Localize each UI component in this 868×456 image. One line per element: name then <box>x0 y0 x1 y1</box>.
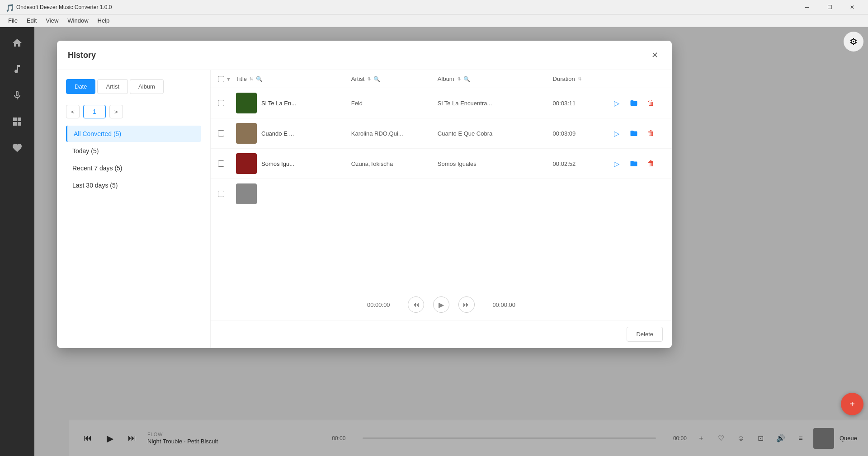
sidebar-item-music[interactable] <box>6 58 28 80</box>
modal-header: History ✕ <box>57 41 672 70</box>
filter-today-label: Today (5) <box>72 147 99 155</box>
modal-close-button[interactable]: ✕ <box>648 49 661 61</box>
td-check-1 <box>218 100 236 106</box>
modal-body: Date Artist Album < > <box>57 70 672 348</box>
skip-forward-icon: ⏭ <box>463 301 470 309</box>
row-2-play-button[interactable]: ▷ <box>610 127 623 140</box>
row-4-checkbox[interactable] <box>218 191 224 197</box>
track-name-2: Cuando E ... <box>261 130 294 137</box>
row-3-folder-button[interactable] <box>627 157 640 170</box>
window-controls: ─ ☐ ✕ <box>797 0 863 14</box>
folder-icon <box>630 160 638 168</box>
row-1-delete-button[interactable]: 🗑 <box>645 97 657 109</box>
album-sort-icon[interactable]: ⇅ <box>457 76 461 81</box>
th-artist: Artist ⇅ 🔍 <box>351 75 438 82</box>
filter-last-30days[interactable]: Last 30 days (5) <box>66 177 201 193</box>
th-title: Title ⇅ 🔍 <box>236 75 351 82</box>
date-nav: < > <box>66 105 201 118</box>
menu-window[interactable]: Window <box>63 15 93 26</box>
table-row: Si Te La En... Feid Si Te La Encuentra..… <box>211 88 672 118</box>
menu-help[interactable]: Help <box>93 15 114 26</box>
date-prev-button[interactable]: < <box>66 105 80 118</box>
filter-today[interactable]: Today (5) <box>66 143 201 159</box>
track-name-1: Si Te La En... <box>261 100 296 107</box>
filter-recent-7days[interactable]: Recent 7 days (5) <box>66 160 201 176</box>
filter-all-converted-label: All Converted (5) <box>74 130 121 137</box>
td-duration-1: 00:03:11 <box>553 100 610 107</box>
sidebar-item-grid[interactable] <box>6 110 28 133</box>
row-3-checkbox[interactable] <box>218 160 224 167</box>
filter-all-converted[interactable]: All Converted (5) <box>66 126 201 142</box>
album-search-icon[interactable]: 🔍 <box>463 76 470 82</box>
menu-bar: File Edit View Window Help <box>0 14 868 27</box>
title-sort-icon[interactable]: ⇅ <box>250 76 253 81</box>
td-album-3: Somos Iguales <box>438 160 553 167</box>
tab-date[interactable]: Date <box>66 79 95 94</box>
maximize-button[interactable]: ☐ <box>819 0 840 14</box>
date-next-button[interactable]: > <box>109 105 123 118</box>
sidebar-item-home[interactable] <box>6 32 28 54</box>
tab-artist[interactable]: Artist <box>97 79 128 94</box>
modal-title: History <box>68 51 96 60</box>
filter-recent-7days-label: Recent 7 days (5) <box>72 165 123 172</box>
artist-search-icon[interactable]: 🔍 <box>373 76 380 82</box>
tab-album[interactable]: Album <box>130 79 164 94</box>
delete-button[interactable]: Delete <box>627 327 663 342</box>
track-thumb-2 <box>236 123 257 144</box>
skip-back-icon: ⏮ <box>412 301 420 309</box>
row-1-folder-button[interactable] <box>627 97 640 109</box>
title-search-icon[interactable]: 🔍 <box>256 76 263 82</box>
menu-edit[interactable]: Edit <box>22 15 41 26</box>
duration-sort-icon[interactable]: ⇅ <box>578 76 581 81</box>
modal-next-button[interactable]: ⏭ <box>458 296 475 313</box>
td-check-3 <box>218 160 236 167</box>
row-3-delete-button[interactable]: 🗑 <box>645 157 657 170</box>
modal-footer: Delete <box>211 320 672 348</box>
artist-sort-icon[interactable]: ⇅ <box>367 76 371 81</box>
filter-tabs: Date Artist Album <box>66 79 201 94</box>
close-button[interactable]: ✕ <box>842 0 863 14</box>
modal-time-left: 00:00:00 <box>367 301 399 308</box>
filter-list: All Converted (5) Today (5) Recent 7 day… <box>66 126 201 193</box>
sidebar-item-favorites[interactable] <box>6 136 28 159</box>
td-duration-3: 00:02:52 <box>553 160 610 167</box>
th-album: Album ⇅ 🔍 <box>438 75 553 82</box>
td-actions-3: ▷ 🗑 <box>610 157 665 170</box>
modal-time-right: 00:00:00 <box>484 301 515 308</box>
td-title-1: Si Te La En... <box>236 93 351 113</box>
table-body: Si Te La En... Feid Si Te La Encuentra..… <box>211 88 672 289</box>
sidebar-item-mic[interactable] <box>6 84 28 107</box>
select-all-checkbox[interactable] <box>218 76 224 82</box>
col-duration-label: Duration <box>553 75 575 82</box>
modal-prev-button[interactable]: ⏮ <box>408 296 424 313</box>
th-duration: Duration ⇅ <box>553 75 610 82</box>
menu-view[interactable]: View <box>41 15 63 26</box>
home-icon <box>12 38 23 48</box>
row-2-delete-button[interactable]: 🗑 <box>645 127 657 140</box>
minimize-button[interactable]: ─ <box>797 0 817 14</box>
td-artist-2: Karolina RDO,Qui... <box>351 130 438 137</box>
main-area: ⚙ History ✕ Date Artist <box>34 27 868 456</box>
table-row: Cuando E ... Karolina RDO,Qui... Cuanto … <box>211 118 672 149</box>
menu-file[interactable]: File <box>4 15 22 26</box>
left-panel: Date Artist Album < > <box>57 70 211 348</box>
music-icon <box>12 64 23 75</box>
add-fab-icon: + <box>849 399 855 409</box>
add-fab-button[interactable]: + <box>841 393 863 415</box>
th-checkbox: ▼ <box>218 76 236 82</box>
table-header: ▼ Title ⇅ 🔍 Artist ⇅ 🔍 <box>211 70 672 88</box>
play-icon: ▶ <box>439 301 444 309</box>
table-row: Somos Igu... Ozuna,Tokischa Somos Iguale… <box>211 149 672 179</box>
td-title-3: Somos Igu... <box>236 153 351 174</box>
row-3-play-button[interactable]: ▷ <box>610 157 623 170</box>
row-1-play-button[interactable]: ▷ <box>610 97 623 109</box>
page-number-input[interactable] <box>83 105 106 118</box>
row-1-checkbox[interactable] <box>218 100 224 106</box>
td-title-2: Cuando E ... <box>236 123 351 144</box>
settings-button[interactable]: ⚙ <box>844 32 863 52</box>
modal-play-button[interactable]: ▶ <box>433 296 449 313</box>
row-2-checkbox[interactable] <box>218 130 224 136</box>
td-check-2 <box>218 130 236 136</box>
row-2-folder-button[interactable] <box>627 127 640 140</box>
track-name-3: Somos Igu... <box>261 160 294 167</box>
